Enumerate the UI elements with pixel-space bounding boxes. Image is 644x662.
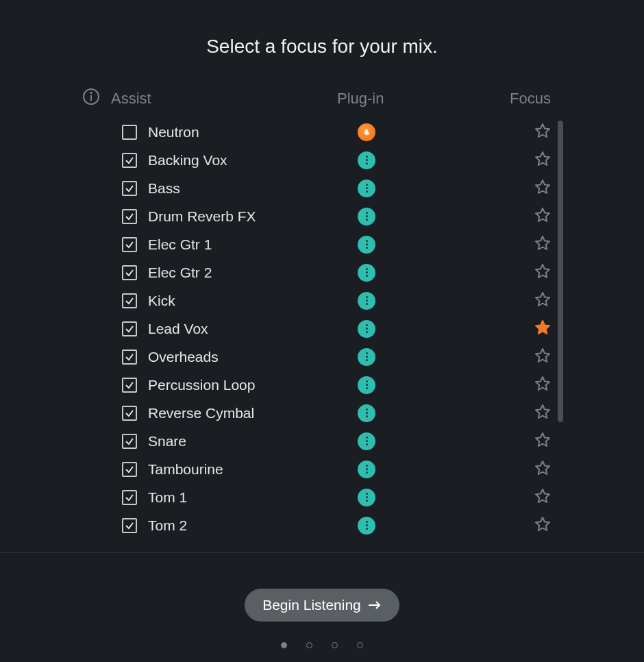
assist-checkbox[interactable] [122,462,137,477]
track-name: Tom 1 [148,489,187,506]
col-header-plugin: Plug-in [337,90,488,108]
assist-checkbox[interactable] [122,350,137,365]
track-name: Overheads [148,349,219,365]
focus-star[interactable] [534,123,551,142]
plugin-icon[interactable] [358,489,375,506]
assist-checkbox[interactable] [122,153,137,168]
page-dot[interactable] [332,642,338,648]
table-row: Elec Gtr 2 [82,258,555,286]
scrollbar[interactable] [558,121,563,422]
focus-star[interactable] [534,319,551,339]
page-title: Select a focus for your mix. [0,36,644,58]
assist-checkbox[interactable] [122,490,137,505]
focus-star[interactable] [534,432,551,451]
assist-checkbox[interactable] [122,518,137,533]
plugin-icon[interactable] [358,180,375,197]
focus-star[interactable] [534,207,551,226]
table-row: Overheads [82,343,555,371]
assist-checkbox[interactable] [122,125,137,140]
svg-marker-14 [536,433,549,446]
plugin-icon[interactable] [358,404,375,422]
svg-marker-11 [536,349,549,362]
assist-checkbox[interactable] [122,434,137,449]
table-row: Lead Vox [82,315,555,343]
track-name: Snare [148,433,186,450]
assist-checkbox[interactable] [122,293,137,308]
page-dot[interactable] [357,642,363,648]
focus-star[interactable] [534,404,551,423]
table-row: Tambourine [82,455,555,483]
focus-star[interactable] [534,516,551,535]
plugin-icon[interactable] [358,376,375,394]
arrow-right-icon [368,597,382,613]
plugin-icon[interactable] [358,123,375,141]
assist-checkbox[interactable] [122,237,137,252]
svg-marker-6 [536,208,549,221]
plugin-icon[interactable] [358,320,375,338]
track-name: Drum Reverb FX [148,208,256,225]
track-name: Tom 2 [148,517,187,534]
plugin-icon[interactable] [358,517,375,535]
track-name: Reverse Cymbal [148,405,254,421]
begin-listening-button[interactable]: Begin Listening [245,589,399,622]
assist-checkbox[interactable] [122,209,137,224]
table-row: Drum Reverb FX [82,202,555,230]
focus-star[interactable] [534,263,551,282]
svg-marker-13 [536,405,549,418]
plugin-icon[interactable] [358,432,375,450]
table-row: Bass [82,174,555,202]
col-header-focus: Focus [488,90,555,108]
table-row: Kick [82,286,555,315]
track-list: NeutronBacking VoxBassDrum Reverb FXElec… [82,118,555,539]
info-icon[interactable] [82,88,100,110]
focus-star[interactable] [534,347,551,367]
table-row: Backing Vox [82,146,555,174]
track-name: Neutron [148,124,199,140]
focus-star[interactable] [534,488,551,507]
focus-star[interactable] [534,376,551,395]
focus-star[interactable] [534,291,551,310]
assist-checkbox[interactable] [122,378,137,393]
focus-star[interactable] [534,151,551,170]
svg-marker-15 [536,461,549,474]
scrollbar-thumb[interactable] [558,121,563,422]
page-indicator [281,642,363,648]
svg-marker-10 [536,321,549,334]
assist-checkbox[interactable] [122,321,137,336]
focus-star[interactable] [534,235,551,254]
assist-checkbox[interactable] [122,181,137,196]
plugin-icon[interactable] [358,151,375,169]
plugin-icon[interactable] [358,292,375,310]
track-name: Lead Vox [148,321,208,337]
track-name: Elec Gtr 2 [148,265,212,281]
plugin-icon[interactable] [358,208,375,225]
svg-marker-12 [536,377,549,390]
assist-checkbox[interactable] [122,406,137,421]
plugin-icon[interactable] [358,348,375,366]
page-dot[interactable] [306,642,312,648]
svg-marker-7 [536,236,549,249]
track-name: Percussion Loop [148,377,255,393]
svg-marker-17 [536,517,549,530]
plugin-icon[interactable] [358,264,375,282]
svg-marker-5 [536,180,549,193]
svg-marker-4 [536,152,549,165]
assist-checkbox[interactable] [122,265,137,280]
svg-point-2 [90,92,92,94]
track-name: Bass [148,180,180,197]
plugin-icon[interactable] [358,236,375,254]
track-name: Backing Vox [148,152,227,169]
table-row: Tom 1 [82,483,555,511]
focus-star[interactable] [534,460,551,479]
plugin-icon[interactable] [358,461,375,478]
table-row: Elec Gtr 1 [82,230,555,258]
table-row: Tom 2 [82,511,555,539]
page-dot[interactable] [281,642,287,648]
begin-listening-label: Begin Listening [262,597,361,613]
table-row: Neutron [82,118,555,146]
track-name: Kick [148,293,175,309]
table-row: Snare [82,427,555,455]
column-headers: Assist Plug-in Focus [82,88,555,110]
focus-star[interactable] [534,179,551,198]
track-name: Tambourine [148,461,223,478]
